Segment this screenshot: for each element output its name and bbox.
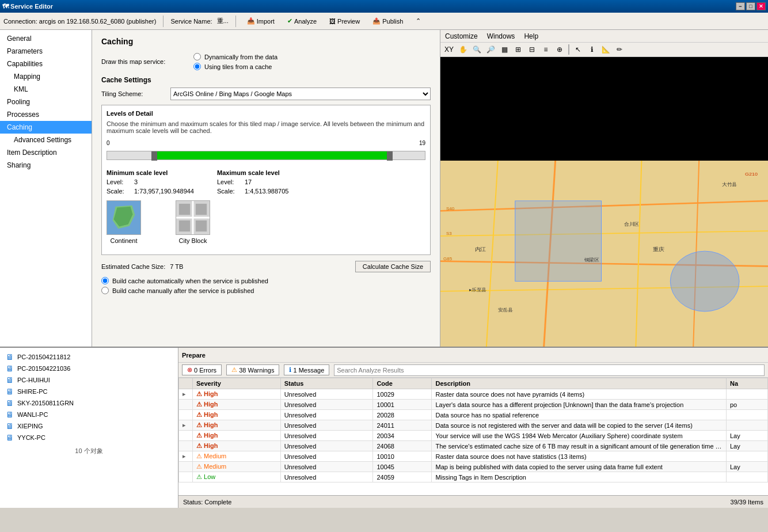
nav-item-advanced-settings[interactable]: Advanced Settings [0,134,92,146]
close-button[interactable]: ✕ [756,2,766,10]
tiling-scheme-row: Tiling Scheme: ArcGIS Online / Bing Maps… [101,88,431,100]
left-navigation: General Parameters Capabilities Mapping … [0,30,92,347]
expand-cell [179,400,193,410]
table-row[interactable]: ⚠ HighUnresolved24068The service's estim… [179,441,768,451]
pc-item[interactable]: 🖥 PC-HUIHUI [3,374,174,386]
publish-button[interactable]: 📤 Publish [368,16,407,26]
nav-item-mapping[interactable]: Mapping [0,70,92,83]
pc-item[interactable]: 🖥 WANLI-PC [3,409,174,420]
results-scroll[interactable]: Severity Status Code Description Na ▸⚠ H… [178,378,768,495]
map-tool-2[interactable]: ⊞ [512,44,524,55]
svg-text:大竹县: 大竹县 [722,181,737,187]
nav-item-pooling[interactable]: Pooling [0,96,92,108]
map-tool-draw[interactable]: ✏ [613,44,626,55]
collapse-button[interactable]: ⌃ [412,16,425,26]
calculate-cache-size-button[interactable]: Calculate Cache Size [355,261,431,272]
map-tool-5[interactable]: ⊕ [553,44,566,55]
code-cell: 10010 [373,451,432,462]
slider-thumb-right[interactable] [387,151,393,161]
code-cell: 10029 [373,389,432,400]
pc-item[interactable]: 🖥 PC-201504211812 [3,351,174,363]
col-code[interactable]: Code [373,378,432,389]
errors-badge[interactable]: ⊗ 0 Errors [182,364,222,375]
messages-badge[interactable]: ℹ 1 Message [284,364,329,375]
svg-text:S3: S3 [446,231,452,236]
nav-item-capabilities[interactable]: Capabilities [0,58,92,70]
search-analyze-input[interactable] [334,364,765,376]
nav-item-kml[interactable]: KML [0,83,92,96]
expand-icon[interactable]: ▸ [183,390,186,397]
menu-customize[interactable]: Customize [445,32,478,40]
menu-windows[interactable]: Windows [487,32,515,40]
svg-text:S40: S40 [446,206,454,211]
build-auto-option[interactable]: Build cache automatically when the servi… [101,277,431,284]
severity-cell: ⚠ Medium [193,451,281,462]
minimize-button[interactable]: − [736,2,745,10]
slider-container[interactable] [107,151,425,160]
nav-item-item-description[interactable]: Item Description [0,146,92,159]
warnings-badge[interactable]: ⚠ 38 Warnings [226,364,279,375]
radio-tiles[interactable]: Using tiles from a cache [193,63,277,70]
nav-item-caching[interactable]: Caching [0,121,92,134]
radio-dynamic-input[interactable] [193,53,201,60]
analyze-button[interactable]: ✔ Analyze [283,16,321,26]
slider-thumb-left[interactable] [151,151,157,161]
expand-icon[interactable]: ▸ [183,421,186,428]
warning-triangle-icon: ⚠ [196,421,202,428]
col-na[interactable]: Na [726,378,767,389]
map-tool-pan[interactable]: ✋ [457,44,469,55]
nav-item-parameters[interactable]: Parameters [0,45,92,58]
radio-tiles-input[interactable] [193,63,201,70]
error-icon: ⊗ [187,366,192,374]
svg-text:合川区: 合川区 [624,222,639,227]
warning-triangle-icon: ⚠ [196,401,202,408]
map-tool-4[interactable]: ≡ [539,44,552,55]
map-tool-zoom-in[interactable]: 🔍 [470,44,483,55]
build-auto-radio[interactable] [101,277,109,284]
min-scale-row: Scale: 1:73,957,190.948944 [107,188,194,195]
nav-item-sharing[interactable]: Sharing [0,159,92,172]
col-status[interactable]: Status [280,378,373,389]
bottom-right-panel: Prepare ⊗ 0 Errors ⚠ 38 Warnings ℹ 1 Mes… [178,348,768,508]
pc-item[interactable]: 🖥 SKY-20150811GRN [3,397,174,409]
maximize-button[interactable]: □ [746,2,755,10]
import-button[interactable]: 📥 Import [243,16,279,26]
pc-item[interactable]: 🖥 YYCK-PC [3,432,174,443]
table-row[interactable]: ▸⚠ HighUnresolved10029Raster data source… [179,389,768,400]
nav-item-processes[interactable]: Processes [0,108,92,121]
tiling-scheme-select[interactable]: ArcGIS Online / Bing Maps / Google Maps … [170,88,431,100]
map-tool-zoom-out[interactable]: 🔎 [484,44,497,55]
table-row[interactable]: ⚠ HighUnresolved20028Data source has no … [179,410,768,420]
menu-help[interactable]: Help [524,32,538,40]
map-tool-1[interactable]: ▦ [498,44,511,55]
code-cell: 10001 [373,400,432,410]
table-row[interactable]: ▸⚠ MediumUnresolved10010Raster data sour… [179,451,768,462]
map-tool-3[interactable]: ⊟ [526,44,538,55]
expand-icon[interactable]: ▸ [183,453,186,459]
col-description[interactable]: Description [432,378,727,389]
table-row[interactable]: ⚠ HighUnresolved20034Your service will u… [179,431,768,441]
map-tool-info[interactable]: ℹ [585,44,598,55]
map-tool-measure[interactable]: 📐 [599,44,612,55]
code-cell: 24059 [373,472,432,482]
lod-title: Levels of Detail [107,110,425,117]
pc-item[interactable]: 🖥 SHIRE-PC [3,386,174,397]
build-manual-radio[interactable] [101,287,109,294]
map-tool-xy[interactable]: XY [443,44,455,55]
pc-item[interactable]: 🖥 PC-201504221036 [3,363,174,374]
pc-icon: 🖥 [6,398,14,408]
table-row[interactable]: ⚠ LowUnresolved24059Missing Tags in Item… [179,472,768,482]
pc-icon: 🖥 [6,387,14,396]
map-tool-select[interactable]: ↖ [572,44,584,55]
expand-cell: ▸ [179,451,193,462]
table-row[interactable]: ⚠ HighUnresolved10001Layer's data source… [179,400,768,410]
col-severity[interactable]: Severity [193,378,281,389]
radio-dynamic[interactable]: Dynamically from the data [193,53,277,60]
table-row[interactable]: ⚠ MediumUnresolved10045Map is being publ… [179,462,768,472]
table-row[interactable]: ▸⚠ HighUnresolved24011Data source is not… [179,420,768,431]
pc-item[interactable]: 🖥 XIEPING [3,420,174,432]
preview-button[interactable]: 🖼 Preview [325,16,364,26]
nav-item-general[interactable]: General [0,32,92,45]
build-manual-option[interactable]: Build cache manually after the service i… [101,287,431,294]
status-cell: Unresolved [280,389,373,400]
